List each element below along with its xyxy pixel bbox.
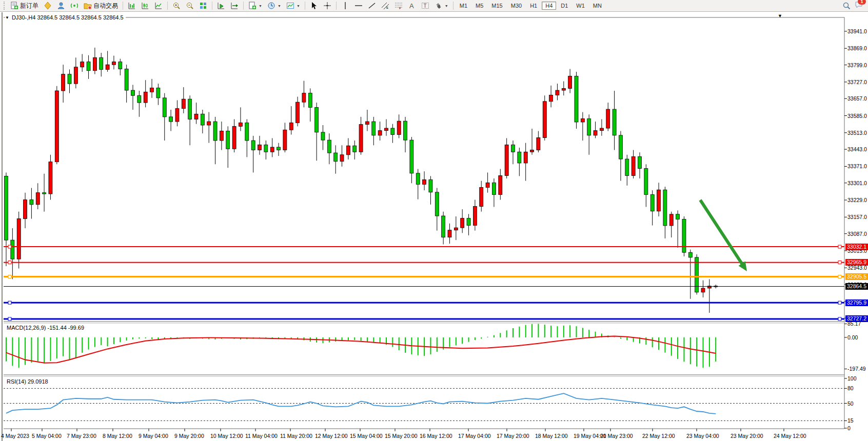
fibonacci-icon: F: [394, 2, 403, 10]
crosshair-button[interactable]: [321, 0, 334, 12]
autotrade-button[interactable]: 自动交易: [81, 0, 121, 12]
auto-scroll-button[interactable]: [214, 0, 228, 12]
time-axis-label: 23 May 04:00: [686, 433, 719, 439]
toolbar-separator: [453, 2, 453, 10]
horizontal-line-icon: [354, 2, 363, 10]
horizontal-line-button[interactable]: [352, 0, 365, 12]
trendline-icon: [368, 2, 376, 10]
timeframe-h4[interactable]: H4: [542, 2, 556, 10]
text-label-button[interactable]: T: [419, 0, 432, 12]
price-axis-label: 33157.0: [847, 214, 867, 220]
vertical-line-button[interactable]: [339, 0, 352, 12]
rsi-axis-label: 50: [847, 400, 854, 407]
price-axis-label: 33941.0: [847, 28, 867, 34]
macd-axis-label: 0.00: [847, 334, 858, 340]
fibonacci-button[interactable]: F: [392, 0, 405, 12]
candle-chart-button[interactable]: [139, 0, 152, 12]
new-chart-button[interactable]: ▼: [246, 0, 265, 12]
timeframe-w1[interactable]: W1: [573, 2, 588, 10]
time-axis-label: 4 May 2023: [1, 433, 29, 439]
search-icon[interactable]: [842, 2, 851, 10]
price-line-label: 32965.9: [845, 259, 868, 266]
time-axis-label: 16 May 12:00: [420, 433, 452, 439]
new-order-button[interactable]: 新订单: [8, 0, 41, 12]
toolbar-separator: [336, 2, 337, 10]
timeframe-m5[interactable]: M5: [472, 2, 487, 10]
chart-title: ▼DJ30-,H4 32864.5 32864.5 32864.5 32864.…: [5, 14, 126, 21]
price-axis-label: 33371.0: [847, 163, 867, 169]
notification-badge: 1: [858, 0, 866, 5]
rsi-axis-label: 0: [847, 425, 851, 431]
timeframe-m1[interactable]: M1: [456, 2, 471, 10]
rsi-axis-label: 100: [847, 375, 857, 382]
arrows-button[interactable]: ▼: [432, 0, 451, 12]
time-axis-label: 10 May 12:00: [210, 433, 243, 439]
timeframe-m15[interactable]: M15: [488, 2, 506, 10]
time-axis-label: 9 May 04:00: [139, 433, 168, 439]
chart-window[interactable]: ▼DJ30-,H4 32864.5 32864.5 32864.5 32864.…: [0, 12, 868, 441]
trendline-button[interactable]: [365, 0, 379, 12]
templates-button[interactable]: ▼: [284, 0, 303, 12]
tile-windows-icon: [199, 2, 207, 10]
svg-text:A: A: [409, 2, 414, 10]
mt4-terminal: { "toolbar": { "new_order_label": "新订单",…: [0, 0, 868, 441]
chart-shift-button[interactable]: [228, 0, 241, 12]
price-axis-label: 33869.0: [847, 45, 867, 51]
timeframe-d1[interactable]: D1: [557, 2, 571, 10]
macd-axis-label: -197.49: [847, 366, 866, 372]
price-axis-label: 33799.0: [847, 62, 867, 68]
time-axis-label: 11 May 20:00: [280, 433, 312, 439]
toolbar-separator: [243, 2, 244, 10]
rsi-label: RSI(14) 29.0918: [5, 378, 50, 385]
crosshair-icon: [323, 2, 331, 10]
svg-text:F: F: [399, 7, 401, 10]
price-line-label: 32864.5: [845, 283, 868, 290]
text-a-icon: A: [408, 2, 416, 10]
calendar-button[interactable]: [41, 0, 54, 12]
timeframe-h1[interactable]: H1: [526, 2, 541, 10]
macd-label: MACD(12,26,9) -151.44 -99.69: [5, 325, 86, 331]
signals-button[interactable]: [68, 0, 81, 12]
zoom-out-button[interactable]: [183, 0, 196, 12]
zoom-in-icon: [172, 2, 181, 10]
new-order-icon: [10, 2, 18, 10]
timeframe-mn[interactable]: MN: [589, 2, 605, 10]
chart-title-text: DJ30-,H4 32864.5 32864.5 32864.5 32864.5: [12, 14, 124, 21]
text-button[interactable]: A: [405, 0, 419, 12]
line-chart-icon: [154, 2, 163, 10]
chevron-down-icon: ▼: [259, 4, 262, 8]
cursor-button[interactable]: [307, 0, 321, 12]
price-axis-label: 33229.0: [847, 197, 867, 203]
price-line-label: 32905.5: [845, 273, 868, 280]
collapse-icon[interactable]: ▼: [5, 15, 9, 20]
funnel-icon: [44, 2, 52, 10]
rsi-axis-label: 80: [847, 385, 854, 391]
cursor-arrow-icon: [310, 2, 318, 10]
tile-windows-button[interactable]: [196, 0, 210, 12]
periods-button[interactable]: ▼: [265, 0, 284, 12]
market-button[interactable]: [54, 0, 68, 12]
chart-shift-marker[interactable]: ▼: [778, 13, 782, 18]
timeframe-m30[interactable]: M30: [507, 2, 525, 10]
time-axis-label: 17 May 04:00: [458, 433, 491, 439]
time-axis-label: 17 May 20:00: [497, 433, 529, 439]
clock-icon: [267, 2, 275, 10]
time-axis-label: 24 May 12:00: [774, 433, 806, 439]
price-axis-label: 33657.0: [847, 95, 867, 102]
vertical-line-icon: [341, 2, 349, 10]
equidistant-channel-button[interactable]: E: [379, 0, 392, 12]
time-axis-label: 11 May 04:00: [245, 433, 278, 439]
bar-chart-button[interactable]: [125, 0, 139, 12]
chevron-down-icon: ▼: [445, 4, 448, 8]
line-chart-button[interactable]: [152, 0, 165, 12]
price-axis-label: 33585.0: [847, 113, 867, 119]
price-axis-label: 33727.0: [847, 79, 867, 85]
toolbar-grip: [4, 2, 6, 10]
price-axis-label: 33513.0: [847, 130, 867, 136]
channel-icon: E: [381, 2, 389, 10]
main-toolbar: 新订单 自动交易 ▼ ▼ ▼ E F A T ▼ M1M5M15M30H1H4D…: [0, 0, 868, 12]
notifications-button[interactable]: 1: [855, 1, 863, 11]
zoom-in-button[interactable]: [170, 0, 183, 12]
new-chart-icon: [248, 2, 257, 10]
time-axis-label: 8 May 12:00: [103, 433, 132, 439]
